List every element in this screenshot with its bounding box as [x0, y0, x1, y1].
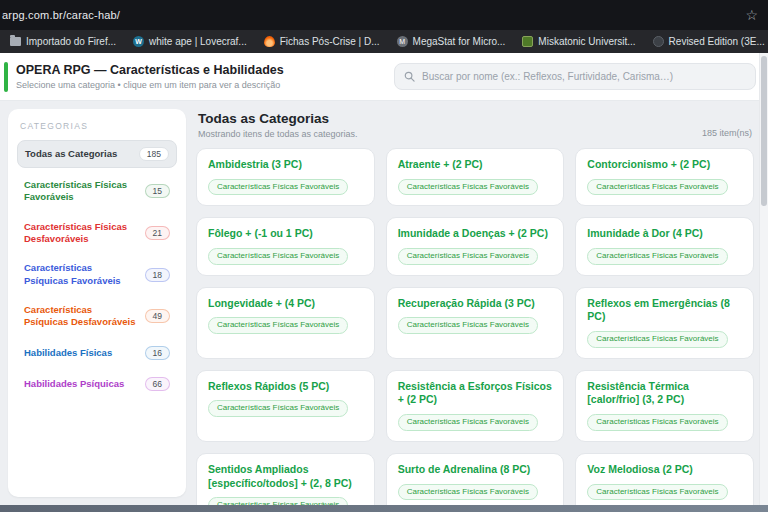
- globe-icon: [397, 36, 408, 47]
- trait-card[interactable]: Contorcionismo + (2 PC)Características F…: [575, 148, 754, 206]
- category-label: Características Psíquicas Favoráveis: [24, 262, 139, 287]
- category-label: Todas as Categorias: [25, 148, 117, 160]
- trait-title: Imunidade à Dor (4 PC): [587, 227, 742, 241]
- bookmark-label: white ape | Lovecraf...: [149, 36, 247, 47]
- trait-card[interactable]: Ambidestria (3 PC)Características Física…: [196, 148, 375, 206]
- bookmark-label: MegaStat for Micro...: [413, 36, 506, 47]
- trait-card[interactable]: Sentidos Ampliados [específico/todos] + …: [196, 453, 375, 512]
- category-count-badge: 16: [145, 346, 170, 360]
- trait-title: Fôlego + (-1 ou 1 PC): [208, 227, 363, 241]
- trait-category-tag: Características Físicas Favoráveis: [587, 484, 727, 500]
- trait-title: Resistência a Esforços Físicos + (2 PC): [398, 380, 553, 408]
- search-box[interactable]: [394, 63, 756, 90]
- address-bar[interactable]: arpg.com.br/carac-hab/ ☆: [0, 0, 768, 30]
- page-title: OPERA RPG — Características e Habilidade…: [16, 63, 284, 77]
- trait-category-tag: Características Físicas Favoráveis: [587, 179, 727, 195]
- trait-title: Resistência Térmica [calor/frio] (3, 2 P…: [587, 380, 742, 408]
- trait-category-tag: Características Físicas Favoráveis: [398, 179, 538, 195]
- category-label: Habilidades Físicas: [24, 347, 112, 359]
- bookmark-label: Fichas Pós-Crise | D...: [280, 36, 380, 47]
- trait-category-tag: Características Físicas Favoráveis: [587, 331, 727, 347]
- sidebar-items: Todas as Categorias185Características Fí…: [17, 140, 177, 397]
- trait-card[interactable]: Voz Melodiosa (2 PC)Características Físi…: [575, 453, 754, 512]
- category-label: Características Psíquicas Desfavoráveis: [24, 304, 139, 329]
- scrollbar[interactable]: [759, 53, 768, 505]
- trait-card[interactable]: Recuperação Rápida (3 PC)Características…: [386, 287, 565, 359]
- bookmark-item[interactable]: Importado do Firef...: [10, 36, 116, 47]
- sidebar-category-item[interactable]: Características Psíquicas Desfavoráveis4…: [17, 298, 177, 335]
- trait-card[interactable]: Surto de Adrenalina (8 PC)Característica…: [386, 453, 565, 512]
- trait-title: Atraente + (2 PC): [398, 158, 553, 172]
- sidebar-heading: CATEGORIAS: [20, 121, 177, 131]
- cards-grid: Ambidestria (3 PC)Características Física…: [196, 148, 754, 512]
- main-header: Todas as Categorias Mostrando itens de t…: [196, 109, 754, 139]
- search-input[interactable]: [422, 71, 746, 82]
- trait-card[interactable]: Atraente + (2 PC)Características Físicas…: [386, 148, 565, 206]
- trait-card[interactable]: Fôlego + (-1 ou 1 PC)Características Fís…: [196, 217, 375, 275]
- bookmarks-bar: Importado do Firef...white ape | Lovecra…: [0, 30, 768, 53]
- trait-category-tag: Características Físicas Favoráveis: [587, 248, 727, 264]
- shield-icon: [522, 36, 533, 47]
- trait-category-tag: Características Físicas Favoráveis: [398, 317, 538, 333]
- trait-card[interactable]: Imunidade a Doenças + (2 PC)Característi…: [386, 217, 565, 275]
- folder-icon: [10, 37, 21, 46]
- trait-card[interactable]: Resistência a Esforços Físicos + (2 PC)C…: [386, 370, 565, 442]
- sidebar-category-item[interactable]: Características Físicas Favoráveis15: [17, 173, 177, 210]
- trait-card[interactable]: Imunidade à Dor (4 PC)Características Fí…: [575, 217, 754, 275]
- wordpress-icon: [133, 36, 144, 47]
- section-subtitle: Mostrando itens de todas as categorias.: [198, 129, 358, 139]
- trait-title: Recuperação Rápida (3 PC): [398, 297, 553, 311]
- category-label: Características Físicas Favoráveis: [24, 179, 139, 204]
- trait-category-tag: Características Físicas Favoráveis: [208, 179, 348, 195]
- bookmark-item[interactable]: Fichas Pós-Crise | D...: [264, 36, 380, 47]
- bookmark-item[interactable]: Revised Edition (3E...: [653, 36, 765, 47]
- trait-title: Longevidade + (4 PC): [208, 297, 363, 311]
- trait-title: Imunidade a Doenças + (2 PC): [398, 227, 553, 241]
- bookmark-label: Importado do Firef...: [26, 36, 116, 47]
- trait-title: Sentidos Ampliados [específico/todos] + …: [208, 463, 363, 491]
- sidebar-category-item[interactable]: Habilidades Físicas16: [17, 340, 177, 366]
- page-header: OPERA RPG — Características e Habilidade…: [0, 53, 768, 101]
- category-count-badge: 66: [145, 377, 170, 391]
- page-subtitle: Selecione uma categoria • clique em um i…: [16, 80, 284, 90]
- bookmark-item[interactable]: white ape | Lovecraf...: [133, 36, 247, 47]
- category-count-badge: 18: [145, 268, 170, 282]
- book-icon: [653, 36, 664, 47]
- bookmark-label: Revised Edition (3E...: [669, 36, 765, 47]
- trait-title: Ambidestria (3 PC): [208, 158, 363, 172]
- trait-card[interactable]: Reflexos Rápidos (5 PC)Características F…: [196, 370, 375, 442]
- header-titles: OPERA RPG — Características e Habilidade…: [16, 63, 284, 90]
- category-count-badge: 21: [145, 226, 170, 240]
- trait-category-tag: Características Físicas Favoráveis: [398, 414, 538, 430]
- trait-category-tag: Características Físicas Favoráveis: [208, 248, 348, 264]
- trait-title: Contorcionismo + (2 PC): [587, 158, 742, 172]
- scrollbar-thumb[interactable]: [761, 56, 767, 206]
- content-area: CATEGORIAS Todas as Categorias185Caracte…: [0, 101, 768, 505]
- sidebar-category-item[interactable]: Características Físicas Desfavoráveis21: [17, 215, 177, 252]
- trait-title: Voz Melodiosa (2 PC): [587, 463, 742, 477]
- bookmark-star-icon[interactable]: ☆: [745, 8, 758, 22]
- trait-title: Reflexos em Emergências (8 PC): [587, 297, 742, 325]
- trait-card[interactable]: Reflexos em Emergências (8 PC)Caracterís…: [575, 287, 754, 359]
- trait-category-tag: Características Físicas Favoráveis: [398, 484, 538, 500]
- search-icon: [404, 71, 415, 82]
- url-text[interactable]: arpg.com.br/carac-hab/: [2, 9, 120, 21]
- category-count-badge: 15: [145, 184, 170, 198]
- category-count-badge: 49: [145, 309, 170, 323]
- trait-card[interactable]: Resistência Térmica [calor/frio] (3, 2 P…: [575, 370, 754, 442]
- category-count-badge: 185: [139, 147, 169, 161]
- category-label: Características Físicas Desfavoráveis: [24, 221, 139, 246]
- trait-category-tag: Características Físicas Favoráveis: [398, 248, 538, 264]
- trait-card[interactable]: Longevidade + (4 PC)Características Físi…: [196, 287, 375, 359]
- bookmark-item[interactable]: Miskatonic Universit...: [522, 36, 635, 47]
- category-label: Habilidades Psíquicas: [24, 378, 124, 390]
- sidebar-category-item[interactable]: Características Psíquicas Favoráveis18: [17, 256, 177, 293]
- item-count: 185 item(ns): [702, 128, 752, 139]
- sidebar-category-item[interactable]: Todas as Categorias185: [17, 140, 177, 168]
- sidebar-category-item[interactable]: Habilidades Psíquicas66: [17, 371, 177, 397]
- trait-category-tag: Características Físicas Favoráveis: [587, 414, 727, 430]
- bookmark-item[interactable]: MegaStat for Micro...: [397, 36, 506, 47]
- main-panel: Todas as Categorias Mostrando itens de t…: [196, 109, 754, 497]
- section-title: Todas as Categorias: [198, 111, 358, 126]
- trait-title: Surto de Adrenalina (8 PC): [398, 463, 553, 477]
